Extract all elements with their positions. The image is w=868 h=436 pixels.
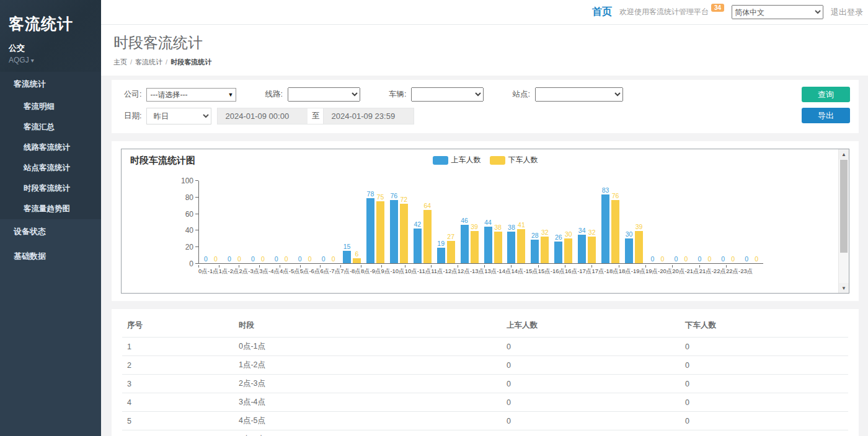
bar-alighting — [447, 241, 455, 263]
scrollbar-thumb[interactable] — [840, 160, 848, 253]
table-cell: 0 — [502, 412, 680, 430]
sidebar-item-passenger-summary[interactable]: 客流汇总 — [0, 117, 101, 137]
logout-link[interactable]: 退出登录 — [831, 7, 863, 18]
bar-value-label: 0 — [661, 256, 665, 263]
bar-value-label: 38 — [508, 224, 515, 231]
x-tick-label: 22点-23点 — [726, 265, 753, 276]
bar-column: 6 — [353, 180, 361, 263]
bar-column: 0 — [249, 180, 257, 263]
x-tick-label: 0点-1点 — [198, 265, 219, 276]
bar-column: 15 — [343, 180, 351, 263]
line-select[interactable] — [288, 87, 360, 102]
bar-column: 0 — [259, 180, 267, 263]
breadcrumb: 主页/客流统计/时段客流统计 — [113, 58, 856, 67]
legend-swatch-alighting — [490, 156, 505, 165]
chart-scrollbar[interactable]: ▲ ▼ — [838, 149, 849, 293]
app-title: 客流统计 — [9, 14, 91, 34]
bar-column: 19 — [437, 180, 445, 263]
sidebar-item-basic-data[interactable]: 基础数据 — [0, 244, 101, 269]
table-cell: 1点-2点 — [234, 356, 502, 375]
bar-value-label: 0 — [721, 256, 725, 263]
table-cell: 5点-6点 — [234, 430, 502, 436]
chart-plot-area: 0000000000001567875767242641927463944383… — [122, 167, 838, 287]
bar-column: 0 — [729, 180, 737, 263]
bar-value-label: 6 — [355, 251, 359, 258]
date-start-input[interactable] — [217, 108, 308, 124]
user-dropdown[interactable]: AQGJ▾ — [9, 56, 91, 64]
home-link[interactable]: 首页 — [592, 6, 612, 19]
bar-value-label: 30 — [565, 231, 572, 238]
col-header-index: 序号 — [122, 314, 234, 338]
sidebar-item-passenger-detail[interactable]: 客流明细 — [0, 97, 101, 117]
bar-value-label: 32 — [588, 229, 596, 236]
x-tick-label: 17点-18点 — [591, 265, 618, 276]
table-cell: 6 — [122, 430, 234, 436]
company-select[interactable]: ---请选择--- — [146, 88, 236, 102]
bar-value-label: 0 — [684, 256, 688, 263]
sidebar-item-line-stats[interactable]: 线路客流统计 — [0, 137, 101, 158]
menu-section-passenger-stats: 客流统计 客流明细 客流汇总 线路客流统计 站点客流统计 时段客流统计 客流量趋… — [0, 72, 101, 219]
sidebar: 客流统计 公交 AQGJ▾ 客流统计 客流明细 客流汇总 线路客流统计 站点客流… — [0, 0, 101, 436]
bar-group: 4438 — [481, 180, 505, 263]
table-cell: 0 — [680, 356, 848, 375]
bar-value-label: 32 — [541, 229, 549, 236]
sidebar-item-passenger-stats[interactable]: 客流统计 — [0, 72, 101, 97]
bar-alighting — [564, 238, 572, 263]
export-button[interactable]: 导出 — [802, 108, 850, 123]
bar-column: 38 — [507, 180, 515, 263]
sidebar-item-station-stats[interactable]: 站点客流统计 — [0, 158, 101, 178]
sidebar-item-period-stats[interactable]: 时段客流统计 — [0, 178, 101, 199]
date-end-input[interactable] — [323, 108, 414, 124]
x-tick-label: 7点-8点 — [340, 265, 361, 276]
table-row: 54点-5点00 — [122, 412, 848, 430]
bar-column: 0 — [696, 180, 704, 263]
y-tick-label: 20 — [174, 243, 193, 251]
bar-value-label: 0 — [651, 256, 655, 263]
bar-group: 00 — [270, 180, 293, 263]
welcome-text: 欢迎使用客流统计管理平台 — [619, 7, 709, 17]
y-tick-mark — [195, 197, 198, 198]
notification-badge: 34 — [711, 4, 724, 12]
bar-group: 4264 — [410, 180, 434, 263]
x-tick-label: 1点-2点 — [219, 265, 239, 276]
table-cell: 5 — [122, 412, 234, 430]
bar-alighting — [471, 231, 479, 263]
x-tick-label: 5点-6点 — [300, 265, 321, 276]
page-title: 时段客流统计 — [113, 33, 856, 53]
breadcrumb-home[interactable]: 主页 — [113, 58, 127, 66]
query-button[interactable]: 查询 — [802, 87, 850, 102]
table-cell: 0 — [502, 356, 680, 375]
bar-group: 00 — [199, 180, 223, 263]
bar-boarding — [484, 227, 492, 263]
scroll-up-icon[interactable]: ▲ — [839, 149, 849, 159]
date-to-label: 至 — [308, 108, 324, 124]
bar-alighting — [423, 210, 432, 263]
x-tick-label: 19点-20点 — [645, 265, 672, 276]
sidebar-item-device-status[interactable]: 设备状态 — [0, 219, 101, 244]
legend-item-alighting[interactable]: 下车人数 — [490, 155, 538, 165]
y-tick-mark — [195, 214, 198, 214]
bar-column: 32 — [541, 180, 549, 263]
station-select[interactable] — [535, 87, 623, 102]
bar-column: 0 — [296, 180, 304, 263]
bar-column: 44 — [484, 180, 492, 263]
bar-value-label: 0 — [755, 256, 758, 263]
x-tick-label: 13点-14点 — [484, 265, 511, 276]
legend-item-boarding[interactable]: 上车人数 — [433, 155, 481, 165]
scroll-down-icon[interactable]: ▼ — [839, 283, 849, 293]
user-name: AQGJ — [9, 56, 29, 64]
sidebar-item-trend-chart[interactable]: 客流量趋势图 — [0, 199, 101, 219]
table-row: 65点-6点00 — [122, 430, 848, 436]
vehicle-select[interactable] — [411, 87, 484, 102]
table-cell: 0 — [680, 393, 848, 412]
col-header-boarding: 上车人数 — [502, 314, 680, 338]
y-tick-label: 60 — [174, 210, 193, 219]
breadcrumb-passenger-stats[interactable]: 客流统计 — [135, 58, 162, 66]
bar-value-label: 0 — [237, 256, 241, 263]
y-tick-mark — [195, 246, 198, 247]
x-tick-label: 12点-13点 — [458, 265, 484, 276]
bar-boarding — [461, 225, 469, 263]
bar-column: 76 — [390, 180, 398, 263]
language-select[interactable]: 简体中文 — [732, 5, 823, 19]
date-preset-select[interactable]: 昨日 — [146, 108, 211, 124]
